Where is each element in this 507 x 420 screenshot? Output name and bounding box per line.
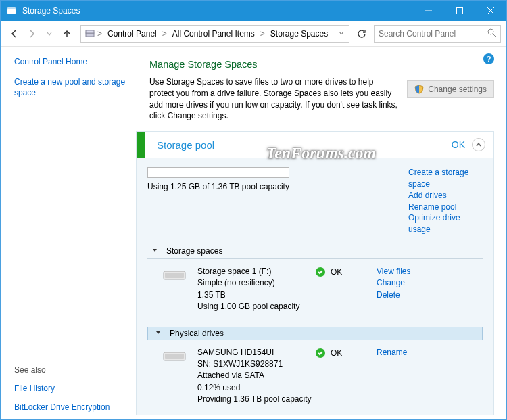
- svg-rect-1: [7, 7, 16, 9]
- breadcrumb-dropdown[interactable]: [337, 29, 346, 39]
- sidebar: Control Panel Home Create a new pool and…: [1, 47, 136, 419]
- close-button[interactable]: [475, 1, 506, 21]
- file-history-link[interactable]: File History: [14, 383, 126, 394]
- ok-check-icon: [316, 348, 325, 358]
- physical-drives-header[interactable]: Physical drives: [147, 327, 483, 340]
- recent-dropdown[interactable]: [41, 26, 57, 42]
- chevron-down-icon: [151, 246, 160, 256]
- space-using: Using 1.00 GB pool capacity: [197, 301, 316, 312]
- svg-rect-13: [165, 354, 184, 359]
- intro-text: Use Storage Spaces to save files to two …: [149, 76, 399, 122]
- view-files-link[interactable]: View files: [377, 266, 444, 277]
- crumb-storage-spaces[interactable]: Storage Spaces: [266, 26, 332, 42]
- content: ? Manage Storage Spaces Use Storage Spac…: [136, 47, 506, 419]
- drive-attached: Attached via SATA: [197, 370, 316, 381]
- control-panel-home-link[interactable]: Control Panel Home: [14, 56, 126, 67]
- pool-title: Storage pool: [157, 139, 452, 151]
- collapse-button[interactable]: [472, 138, 485, 151]
- chevron-right-icon: >: [161, 29, 168, 39]
- pool-header: Storage pool OK: [137, 132, 493, 158]
- see-also-heading: See also: [14, 365, 126, 375]
- change-settings-button[interactable]: Change settings: [407, 80, 494, 98]
- app-icon: [6, 5, 17, 16]
- crumb-all-items[interactable]: All Control Panel Items: [168, 26, 259, 42]
- search-placeholder: Search Control Panel: [379, 29, 456, 39]
- create-pool-link[interactable]: Create a new pool and storage space: [14, 76, 126, 98]
- window-controls: [413, 1, 506, 21]
- chevron-right-icon[interactable]: >: [96, 29, 103, 39]
- svg-point-8: [488, 29, 493, 34]
- crumb-control-panel[interactable]: Control Panel: [103, 26, 161, 42]
- search-icon: [487, 28, 496, 39]
- rename-drive-link[interactable]: Rename: [377, 347, 444, 358]
- drive-sn: SN: S1XWJ1KS928871: [197, 358, 316, 370]
- storage-space-item: Storage space 1 (F:) Simple (no resilien…: [147, 259, 483, 316]
- svg-rect-7: [86, 30, 94, 33]
- space-status-text: OK: [331, 267, 342, 277]
- space-status: OK: [316, 266, 377, 313]
- chevron-down-icon: [155, 329, 163, 338]
- space-resiliency: Simple (no resiliency): [197, 277, 316, 289]
- storage-spaces-header[interactable]: Storage spaces: [147, 246, 483, 259]
- page-title: Manage Storage Spaces: [149, 59, 494, 70]
- titlebar: Storage Spaces: [1, 1, 506, 21]
- svg-rect-0: [7, 9, 16, 14]
- pool-links: Create a storage space Add drives Rename…: [408, 167, 483, 235]
- rename-pool-link[interactable]: Rename pool: [408, 202, 483, 213]
- optimize-link[interactable]: Optimize drive usage: [408, 212, 483, 235]
- change-space-link[interactable]: Change: [377, 277, 444, 289]
- space-size: 1.35 TB: [197, 289, 316, 301]
- drive-status: OK: [316, 347, 377, 406]
- shield-icon: [414, 85, 424, 94]
- capacity-bar: [147, 167, 289, 178]
- svg-line-9: [493, 34, 496, 37]
- pool-health-strip: [137, 132, 145, 158]
- drive-stack-icon: [84, 29, 96, 39]
- up-button[interactable]: [59, 26, 75, 42]
- create-space-link[interactable]: Create a storage space: [408, 167, 483, 190]
- physical-drives-label: Physical drives: [170, 329, 224, 338]
- svg-rect-11: [165, 273, 184, 278]
- add-drives-link[interactable]: Add drives: [408, 190, 483, 202]
- bitlocker-link[interactable]: BitLocker Drive Encryption: [14, 402, 126, 413]
- virtual-drive-icon: [161, 269, 188, 313]
- search-input[interactable]: Search Control Panel: [374, 25, 501, 43]
- help-icon[interactable]: ?: [483, 53, 494, 64]
- physical-drive-item: SAMSUNG HD154UI SN: S1XWJ1KS928871 Attac…: [147, 340, 483, 409]
- ok-check-icon: [316, 267, 325, 277]
- chevron-right-icon: >: [259, 29, 266, 39]
- svg-rect-3: [457, 8, 463, 14]
- breadcrumb[interactable]: > Control Panel > All Control Panel Item…: [80, 25, 349, 43]
- back-button[interactable]: [6, 26, 22, 42]
- refresh-button[interactable]: [354, 29, 370, 39]
- drive-name: SAMSUNG HD154UI: [197, 347, 316, 358]
- svg-rect-6: [86, 33, 94, 37]
- minimize-button[interactable]: [413, 1, 444, 21]
- toolbar: > Control Panel > All Control Panel Item…: [1, 21, 506, 47]
- drive-status-text: OK: [331, 348, 342, 358]
- physical-drive-icon: [161, 350, 188, 406]
- storage-pool-panel: Storage pool OK Using 1.25 GB of 1.36 TB…: [136, 131, 494, 415]
- delete-space-link[interactable]: Delete: [377, 289, 444, 301]
- drive-used: 0.12% used: [197, 382, 316, 394]
- drive-providing: Providing 1.36 TB pool capacity: [197, 394, 316, 405]
- forward-button[interactable]: [24, 26, 40, 42]
- maximize-button[interactable]: [444, 1, 475, 21]
- capacity-text: Using 1.25 GB of 1.36 TB pool capacity: [147, 182, 408, 191]
- pool-status: OK: [452, 139, 465, 150]
- space-name: Storage space 1 (F:): [197, 266, 316, 277]
- window-title: Storage Spaces: [22, 6, 80, 16]
- pool-body: Using 1.25 GB of 1.36 TB pool capacity C…: [137, 158, 493, 415]
- storage-spaces-label: Storage spaces: [166, 246, 222, 256]
- change-settings-label: Change settings: [428, 85, 487, 94]
